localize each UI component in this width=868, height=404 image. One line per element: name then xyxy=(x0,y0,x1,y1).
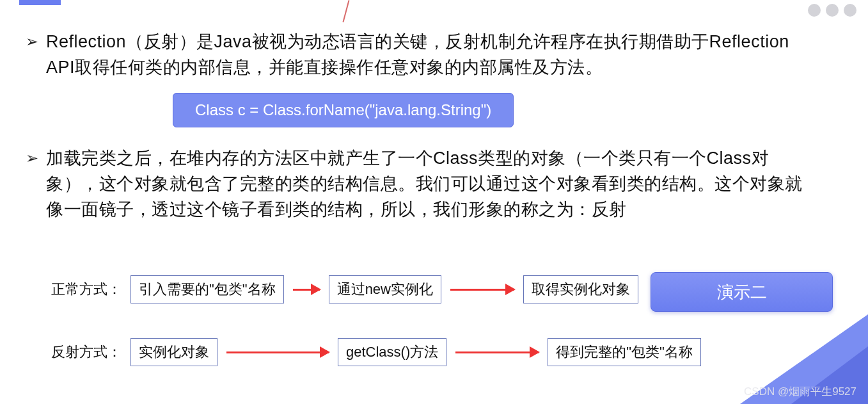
flow-normal-label: 正常方式： xyxy=(51,280,122,299)
dot-icon xyxy=(808,4,821,17)
flow-reflect-step-1: 实例化对象 xyxy=(130,338,217,366)
flow-normal-step-1: 引入需要的"包类"名称 xyxy=(130,275,284,303)
flow-normal: 正常方式： 引入需要的"包类"名称 通过new实例化 取得实例化对象 xyxy=(51,275,701,303)
code-snippet: Class c = Class.forName("java.lang.Strin… xyxy=(173,93,514,127)
demo-button[interactable]: 演示二 xyxy=(651,272,833,312)
flow-reflect-step-2: getClass()方法 xyxy=(338,338,446,366)
dot-icon xyxy=(826,4,839,17)
flow-normal-step-2: 通过new实例化 xyxy=(329,275,441,303)
flow-diagrams: 正常方式： 引入需要的"包类"名称 通过new实例化 取得实例化对象 反射方式：… xyxy=(51,275,701,401)
arrow-right-icon xyxy=(293,289,320,291)
bullet-text-2: 加载完类之后，在堆内存的方法区中就产生了一个Class类型的对象（一个类只有一个… xyxy=(46,145,817,222)
bullet-item-1: ➢ Reflection（反射）是Java被视为动态语言的关键，反射机制允许程序… xyxy=(26,29,817,80)
flow-reflect-label: 反射方式： xyxy=(51,343,122,362)
bullet-mark-icon: ➢ xyxy=(26,145,38,171)
arrow-right-icon xyxy=(450,289,514,291)
flow-reflect: 反射方式： 实例化对象 getClass()方法 得到完整的"包类"名称 xyxy=(51,338,701,366)
dot-icon xyxy=(844,4,856,17)
bullet-item-2: ➢ 加载完类之后，在堆内存的方法区中就产生了一个Class类型的对象（一个类只有… xyxy=(26,145,817,222)
arrow-right-icon xyxy=(226,351,329,353)
top-accent-bar xyxy=(19,0,61,5)
flow-normal-step-3: 取得实例化对象 xyxy=(523,275,638,303)
watermark-text: CSDN @烟雨平生9527 xyxy=(744,384,856,399)
decorative-dots xyxy=(808,4,856,17)
main-content: ➢ Reflection（反射）是Java被视为动态语言的关键，反射机制允许程序… xyxy=(26,29,817,231)
flow-reflect-step-3: 得到完整的"包类"名称 xyxy=(548,338,701,366)
red-dash-mark xyxy=(343,0,350,22)
arrow-right-icon xyxy=(455,351,539,353)
bullet-text-1: Reflection（反射）是Java被视为动态语言的关键，反射机制允许程序在执… xyxy=(46,29,817,80)
bullet-mark-icon: ➢ xyxy=(26,29,38,54)
